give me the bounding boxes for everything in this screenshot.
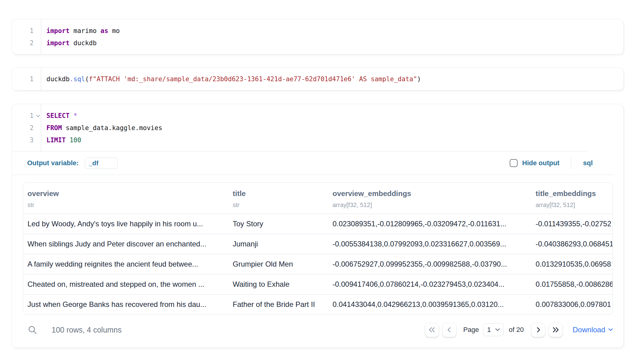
first-page-button[interactable] — [425, 323, 439, 337]
code-text: FROM sample_data.kaggle.movies — [41, 124, 162, 132]
page-total-label: of 20 — [509, 326, 524, 334]
column-type: str — [27, 202, 228, 209]
prev-page-button[interactable] — [442, 323, 457, 337]
column-header-title[interactable]: titlestr — [228, 189, 328, 209]
hide-output-checkbox[interactable] — [510, 159, 518, 167]
table-row: A family wedding reignites the ancient f… — [23, 254, 613, 274]
code-cell-attach: 1duckdb.sql(f"ATTACH 'md:_share/sample_d… — [12, 67, 624, 90]
table-cell: 0.023089351,-0.012809965,-0.03209472,-0.… — [328, 220, 531, 228]
row-count-status: 100 rows, 4 columns — [52, 326, 122, 334]
table-cell: Led by Woody, Andy's toys live happily i… — [23, 220, 228, 228]
sql-cell: 1SELECT *2FROM sample_data.kaggle.movies… — [12, 104, 624, 348]
table-footer: 100 rows, 4 columns Page 1 of 20 — [23, 317, 613, 343]
download-button[interactable]: Download — [573, 326, 613, 334]
output-variable-label: Output variable: — [27, 159, 79, 167]
cell-language-badge: sql — [583, 159, 593, 167]
table-row: Led by Woody, Andy's toys live happily i… — [23, 213, 613, 234]
line-number: 1 — [12, 27, 41, 35]
column-type: str — [233, 202, 328, 209]
table-cell: -0.040386293,0.068451 — [531, 240, 613, 248]
chevron-down-icon — [608, 328, 613, 331]
column-name: title_embeddings — [536, 189, 613, 198]
table-cell: A family wedding reignites the ancient f… — [23, 260, 228, 268]
line-number: 2 — [12, 39, 41, 47]
code-editor[interactable]: 1SELECT *2FROM sample_data.kaggle.movies… — [12, 104, 623, 151]
table-cell: When siblings Judy and Peter discover an… — [23, 240, 228, 248]
dataframe-table: overviewstrtitlestroverview_embeddingsar… — [23, 182, 613, 315]
table-cell: Just when George Banks has recovered fro… — [23, 300, 228, 309]
line-number: 1 — [12, 112, 41, 119]
code-editor[interactable]: 1import marimo as mo2import duckdb — [12, 19, 623, 54]
hide-output-label[interactable]: Hide output — [522, 159, 559, 167]
code-text: import duckdb — [41, 39, 96, 47]
table-cell: -0.011439355,-0.02752 — [531, 220, 613, 228]
code-cell-imports: 1import marimo as mo2import duckdb — [12, 19, 624, 54]
table-cell: 0.041433044,0.042966213,0.0039591365,0.0… — [328, 300, 531, 309]
column-header-overview_embeddings[interactable]: overview_embeddingsarray[f32, 512] — [328, 189, 531, 209]
code-text: LIMIT 100 — [41, 136, 81, 144]
column-type: array[f32, 512] — [333, 202, 531, 209]
line-number: 3 — [12, 136, 41, 144]
output-variable-input[interactable] — [85, 158, 118, 169]
column-header-overview[interactable]: overviewstr — [23, 189, 228, 209]
next-page-button[interactable] — [531, 323, 545, 337]
vertical-divider — [571, 157, 571, 169]
code-line[interactable]: 2import duckdb — [12, 37, 623, 49]
table-cell: 0.007833006,0.097801 — [531, 300, 613, 309]
code-text: duckdb.sql(f"ATTACH 'md:_share/sample_da… — [41, 75, 421, 83]
download-label: Download — [573, 326, 605, 334]
table-cell: 0.01755858,-0.0086286 — [531, 280, 613, 289]
table-cell: Waiting to Exhale — [228, 280, 328, 289]
table-cell: Father of the Bride Part II — [228, 300, 328, 309]
last-page-button[interactable] — [548, 323, 563, 337]
table-row: Cheated on, mistreated and stepped on, t… — [23, 274, 613, 294]
column-type: array[f32, 512] — [536, 202, 613, 209]
table-cell: -0.006752927,0.099952355,-0.009982588,-0… — [328, 260, 531, 268]
table-cell: 0.0132910535,0.06958 — [531, 260, 613, 268]
code-editor[interactable]: 1duckdb.sql(f"ATTACH 'md:_share/sample_d… — [12, 67, 623, 90]
output-area: overviewstrtitlestroverview_embeddingsar… — [12, 175, 623, 348]
table-cell: Jumanji — [228, 240, 328, 248]
table-row: Just when George Banks has recovered fro… — [23, 294, 613, 314]
page-select[interactable]: 1 — [483, 323, 504, 336]
table-row: When siblings Judy and Peter discover an… — [23, 234, 613, 254]
fold-chevron-icon[interactable] — [36, 115, 40, 118]
line-number: 2 — [12, 124, 41, 132]
code-text: SELECT * — [41, 112, 77, 119]
code-line[interactable]: 1duckdb.sql(f"ATTACH 'md:_share/sample_d… — [12, 73, 623, 85]
page-label: Page — [463, 326, 479, 334]
table-cell: -0.0055384138,0.07992093,0.023316627,0.0… — [328, 240, 531, 248]
code-line[interactable]: 2FROM sample_data.kaggle.movies — [12, 122, 623, 134]
column-name: overview_embeddings — [333, 189, 531, 198]
column-name: overview — [27, 189, 228, 198]
table-cell: Grumpier Old Men — [228, 260, 328, 268]
search-icon[interactable] — [28, 325, 37, 334]
page-select-value: 1 — [487, 326, 495, 334]
table-cell: -0.009417406,0.07860214,-0.023279453,0.0… — [328, 280, 531, 289]
code-text: import marimo as mo — [41, 27, 120, 35]
column-name: title — [233, 189, 328, 198]
code-line[interactable]: 1import marimo as mo — [12, 25, 623, 37]
line-number: 1 — [12, 75, 41, 83]
code-line[interactable]: 3LIMIT 100 — [12, 134, 623, 146]
table-cell: Cheated on, mistreated and stepped on, t… — [23, 280, 228, 289]
code-line[interactable]: 1SELECT * — [12, 110, 623, 122]
chevron-down-icon — [495, 328, 500, 331]
column-header-title_embeddings[interactable]: title_embeddingsarray[f32, 512] — [531, 189, 613, 209]
table-cell: Toy Story — [228, 220, 328, 228]
table-header-row: overviewstrtitlestroverview_embeddingsar… — [23, 183, 613, 213]
output-variable-bar: Output variable: Hide output sql — [12, 151, 623, 175]
